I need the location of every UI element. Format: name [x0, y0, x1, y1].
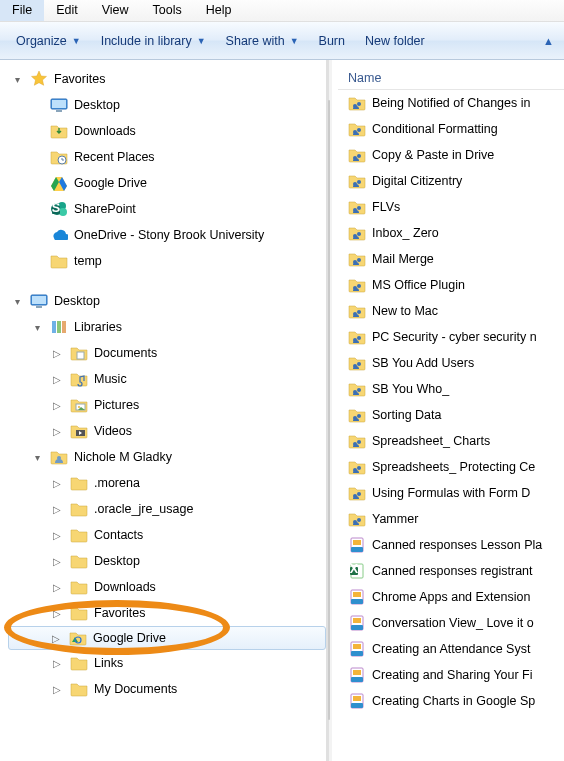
- list-item[interactable]: Digital Citizentry: [338, 168, 564, 194]
- chevron-right-icon[interactable]: ▷: [50, 608, 64, 619]
- list-item[interactable]: Creating an Attendance Syst: [338, 636, 564, 662]
- chevron-down-icon[interactable]: ▾: [10, 74, 24, 85]
- list-item-label: Conditional Formatting: [372, 122, 498, 136]
- folder-icon: [70, 680, 88, 698]
- list-item[interactable]: FLVs: [338, 194, 564, 220]
- menu-view[interactable]: View: [90, 0, 141, 21]
- tree-item[interactable]: ▷Videos: [10, 418, 326, 444]
- tree-item[interactable]: ▷My Documents: [10, 676, 326, 702]
- tree-item[interactable]: ▷Downloads: [10, 574, 326, 600]
- tree-item[interactable]: ▶Downloads: [10, 118, 326, 144]
- list-item[interactable]: Conditional Formatting: [338, 116, 564, 142]
- gslide-icon: [348, 536, 366, 554]
- splitter[interactable]: [326, 60, 332, 761]
- list-item[interactable]: New to Mac: [338, 298, 564, 324]
- chevron-right-icon[interactable]: ▷: [50, 400, 64, 411]
- tree-item[interactable]: ▷Music: [10, 366, 326, 392]
- sharef-icon: [348, 354, 366, 372]
- chevron-right-icon[interactable]: ▷: [50, 556, 64, 567]
- list-item-label: New to Mac: [372, 304, 438, 318]
- tree-item[interactable]: ▶temp: [10, 248, 326, 274]
- tree-item[interactable]: ▷Contacts: [10, 522, 326, 548]
- list-item[interactable]: Creating and Sharing Your Fi: [338, 662, 564, 688]
- column-header-name[interactable]: Name: [338, 66, 564, 90]
- chevron-right-icon[interactable]: ▷: [50, 478, 64, 489]
- tree-item-label: Recent Places: [74, 150, 155, 164]
- chevron-right-icon[interactable]: ▷: [50, 530, 64, 541]
- list-item-label: Sorting Data: [372, 408, 441, 422]
- gslide-icon: [348, 588, 366, 606]
- list-item-label: Canned responses Lesson Pla: [372, 538, 542, 552]
- chevron-down-icon[interactable]: ▾: [30, 322, 44, 333]
- tree-item-label: Nichole M Gladky: [74, 450, 172, 464]
- list-item[interactable]: Being Notified of Changes in: [338, 90, 564, 116]
- tree-item-label: Documents: [94, 346, 157, 360]
- list-item[interactable]: Sorting Data: [338, 402, 564, 428]
- list-item[interactable]: MS Office Plugin: [338, 272, 564, 298]
- new-folder-button[interactable]: New folder: [355, 28, 435, 54]
- tree-item[interactable]: ▶Google Drive: [10, 170, 326, 196]
- menu-tools[interactable]: Tools: [141, 0, 194, 21]
- sharef-icon: [348, 484, 366, 502]
- tree-item[interactable]: ▷.oracle_jre_usage: [10, 496, 326, 522]
- tree-item[interactable]: ▷Pictures: [10, 392, 326, 418]
- chevron-right-icon[interactable]: ▷: [50, 582, 64, 593]
- tree-item[interactable]: ▷Links: [10, 650, 326, 676]
- list-item[interactable]: Using Formulas with Form D: [338, 480, 564, 506]
- list-item[interactable]: SB You Add Users: [338, 350, 564, 376]
- navigation-tree[interactable]: ▾Favorites▶Desktop▶Downloads▶Recent Plac…: [0, 60, 326, 761]
- tree-item[interactable]: ▷Desktop: [10, 548, 326, 574]
- share-with-button[interactable]: Share with▼: [216, 28, 309, 54]
- tree-item[interactable]: ▶Desktop: [10, 92, 326, 118]
- sharef-icon: [348, 250, 366, 268]
- chevron-right-icon[interactable]: ▷: [50, 504, 64, 515]
- tree-item[interactable]: ▷.morena: [10, 470, 326, 496]
- tree-item[interactable]: ▶OneDrive - Stony Brook University: [10, 222, 326, 248]
- list-item[interactable]: Yammer: [338, 506, 564, 532]
- chevron-right-icon[interactable]: ▷: [50, 658, 64, 669]
- include-in-library-button[interactable]: Include in library▼: [91, 28, 216, 54]
- list-item[interactable]: Canned responses Lesson Pla: [338, 532, 564, 558]
- chevron-right-icon[interactable]: ▷: [50, 684, 64, 695]
- menu-bar: File Edit View Tools Help: [0, 0, 564, 22]
- chevron-down-icon[interactable]: ▾: [30, 452, 44, 463]
- menu-help[interactable]: Help: [194, 0, 244, 21]
- tree-item[interactable]: ▷Google Drive: [8, 626, 326, 650]
- chevron-right-icon[interactable]: ▷: [50, 374, 64, 385]
- tree-item[interactable]: ▾Favorites: [10, 66, 326, 92]
- tree-item-label: Videos: [94, 424, 132, 438]
- tree-item[interactable]: ▾Desktop: [10, 288, 326, 314]
- list-item[interactable]: Creating Charts in Google Sp: [338, 688, 564, 714]
- list-item[interactable]: SB You Who_: [338, 376, 564, 402]
- list-item[interactable]: Chrome Apps and Extension: [338, 584, 564, 610]
- tree-item[interactable]: ▷Favorites: [10, 600, 326, 626]
- list-item-label: Copy & Paste in Drive: [372, 148, 494, 162]
- tree-item-label: Links: [94, 656, 123, 670]
- tree-item[interactable]: ▾Libraries: [10, 314, 326, 340]
- chevron-right-icon[interactable]: ▷: [49, 633, 63, 644]
- collapse-icon[interactable]: ▲: [543, 35, 554, 47]
- list-item[interactable]: PC Security - cyber security n: [338, 324, 564, 350]
- folder-icon: [70, 552, 88, 570]
- list-item-label: Digital Citizentry: [372, 174, 462, 188]
- list-item[interactable]: Spreadsheet_ Charts: [338, 428, 564, 454]
- tree-item-label: Desktop: [94, 554, 140, 568]
- tree-item[interactable]: ▷Documents: [10, 340, 326, 366]
- tree-item[interactable]: ▾Nichole M Gladky: [10, 444, 326, 470]
- menu-file[interactable]: File: [0, 0, 44, 21]
- menu-edit[interactable]: Edit: [44, 0, 90, 21]
- chevron-right-icon[interactable]: ▷: [50, 426, 64, 437]
- list-item[interactable]: Copy & Paste in Drive: [338, 142, 564, 168]
- tree-item[interactable]: ▶Recent Places: [10, 144, 326, 170]
- list-item-label: Mail Merge: [372, 252, 434, 266]
- list-item[interactable]: Canned responses registrant: [338, 558, 564, 584]
- tree-item[interactable]: ▶SharePoint: [10, 196, 326, 222]
- burn-button[interactable]: Burn: [309, 28, 355, 54]
- list-item[interactable]: Conversation View_ Love it o: [338, 610, 564, 636]
- list-item[interactable]: Spreadsheets_ Protecting Ce: [338, 454, 564, 480]
- chevron-right-icon[interactable]: ▷: [50, 348, 64, 359]
- list-item[interactable]: Mail Merge: [338, 246, 564, 272]
- organize-button[interactable]: Organize▼: [6, 28, 91, 54]
- chevron-down-icon[interactable]: ▾: [10, 296, 24, 307]
- list-item[interactable]: Inbox_ Zero: [338, 220, 564, 246]
